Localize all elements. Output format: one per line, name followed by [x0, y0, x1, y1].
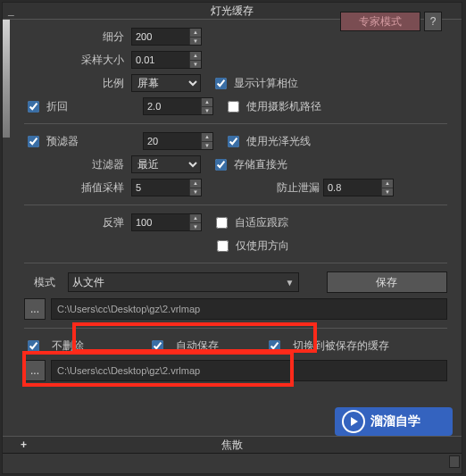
bounces-spinner[interactable]: ▲▼: [131, 213, 202, 231]
prefilter-checkbox[interactable]: [28, 136, 39, 147]
leak-input[interactable]: [324, 180, 381, 196]
divider-1: [24, 123, 447, 124]
browse-button-2[interactable]: ...: [24, 360, 46, 381]
label-scale: 比例: [24, 76, 128, 91]
prefilter-label: 预滤器: [46, 134, 120, 149]
sample-size-input[interactable]: [132, 52, 189, 68]
retrace-spinner[interactable]: ▲▼: [143, 97, 213, 115]
sample-size-spinner[interactable]: ▲▼: [131, 51, 202, 69]
chevron-down-icon: ▼: [286, 278, 295, 288]
interp-input[interactable]: [132, 180, 189, 196]
divider-2: [24, 205, 447, 205]
play-circle-icon: [342, 410, 365, 433]
show-phase-checkbox[interactable]: [215, 78, 227, 89]
label-mode: 模式: [24, 275, 55, 290]
prefilter-spinner[interactable]: ▲▼: [143, 132, 213, 150]
caustics-title: 焦散: [221, 438, 243, 451]
spinner-up-icon: ▲: [190, 29, 201, 38]
light-cache-panel: _ 灯光缓存 专家模式 ? 细分 ▲▼ 采样大小 ▲▼ 比例 屏幕: [2, 2, 462, 474]
file-path-input-2[interactable]: C:\Users\cc\Desktop\gz\2.vrlmap: [51, 360, 447, 381]
filter-dropdown[interactable]: 最近: [131, 155, 201, 173]
show-phase-label: 显示计算相位: [234, 76, 298, 91]
rollout-header-caustics[interactable]: + 焦散: [3, 436, 462, 454]
adaptive-checkbox[interactable]: [216, 217, 228, 229]
browse-button-1[interactable]: ...: [24, 298, 46, 320]
expand-plus-icon: +: [21, 437, 27, 453]
label-bounces: 反弹: [24, 215, 128, 230]
label-subdiv: 细分: [24, 29, 128, 45]
retrace-input[interactable]: [144, 98, 201, 114]
subdiv-spinner[interactable]: ▲▼: [131, 28, 202, 46]
save-button[interactable]: 保存: [327, 271, 447, 293]
retrace-checkbox[interactable]: [28, 101, 39, 113]
camera-path-checkbox[interactable]: [228, 101, 239, 113]
subdiv-input[interactable]: [132, 29, 189, 45]
divider-3: [24, 263, 447, 263]
no-delete-checkbox[interactable]: [28, 340, 39, 352]
watermark-text: 溜溜自学: [370, 413, 420, 430]
watermark-badge: 溜溜自学: [335, 407, 453, 436]
collapse-minus-icon: _: [8, 3, 14, 19]
label-filter: 过滤器: [24, 157, 128, 172]
glossy-rays-checkbox[interactable]: [228, 136, 239, 147]
auto-save-label: 自动保存: [176, 338, 219, 354]
direction-checkbox[interactable]: [217, 240, 229, 252]
file-path-input-1[interactable]: C:\Users\cc\Desktop\gz\2.vrlmap: [51, 298, 447, 320]
divider-4: [24, 328, 447, 329]
prefilter-input[interactable]: [144, 133, 201, 149]
leak-spinner[interactable]: ▲▼: [323, 179, 394, 196]
scrollbar-thumb[interactable]: [449, 455, 460, 468]
camera-path-label: 使用摄影机路径: [246, 99, 321, 114]
retrace-label: 折回: [46, 99, 120, 114]
glossy-rays-label: 使用光泽光线: [246, 134, 311, 149]
leak-label: 防止泄漏: [277, 180, 320, 196]
switch-saved-label: 切换到被保存的缓存: [293, 338, 389, 354]
switch-saved-checkbox[interactable]: [269, 340, 280, 352]
store-direct-label: 存储直接光: [234, 157, 287, 172]
store-direct-checkbox[interactable]: [215, 159, 227, 171]
label-interp: 插值采样: [24, 180, 128, 196]
mode-dropdown[interactable]: 从文件 ▼: [68, 272, 298, 292]
interp-spinner[interactable]: ▲▼: [131, 179, 202, 196]
bounces-input[interactable]: [132, 214, 189, 230]
rollout-title: 灯光缓存: [211, 4, 254, 17]
spinner-down-icon: ▼: [190, 38, 201, 46]
no-delete-label: 不删除: [52, 338, 84, 354]
scale-dropdown[interactable]: 屏幕: [131, 74, 201, 92]
auto-save-checkbox[interactable]: [152, 340, 163, 352]
adaptive-label: 自适应跟踪: [235, 215, 288, 230]
label-sample-size: 采样大小: [24, 53, 128, 68]
direction-label: 仅使用方向: [236, 238, 289, 254]
